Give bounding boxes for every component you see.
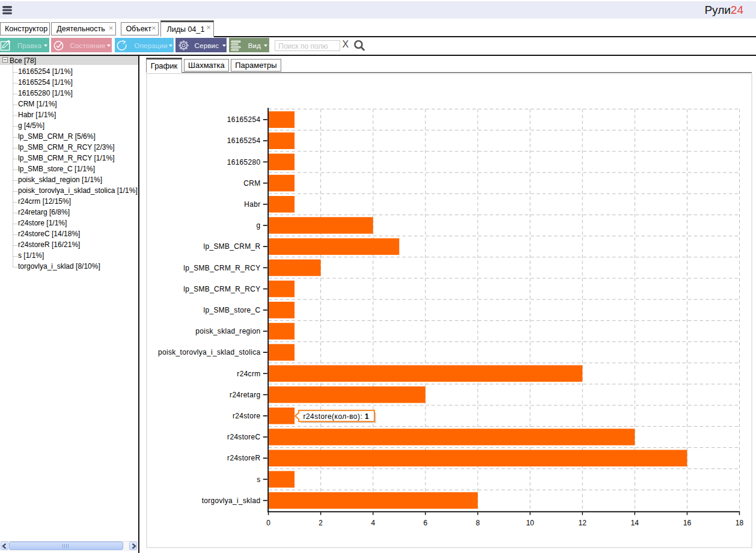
svg-text:12: 12 xyxy=(579,519,587,527)
svg-text:g: g xyxy=(257,221,261,230)
svg-text:r24storeC: r24storeC xyxy=(227,433,260,441)
svg-text:18: 18 xyxy=(736,519,744,527)
svg-text:6: 6 xyxy=(424,519,428,527)
svg-text:16: 16 xyxy=(683,519,692,527)
svg-text:torgovlya_i_sklad: torgovlya_i_sklad xyxy=(202,496,261,505)
svg-text:CRM: CRM xyxy=(243,179,260,188)
svg-text:2: 2 xyxy=(319,519,323,527)
svg-text:Habr: Habr xyxy=(244,200,260,209)
svg-text:s: s xyxy=(257,475,260,484)
svg-text:16165280: 16165280 xyxy=(227,158,261,167)
svg-text:8: 8 xyxy=(476,519,480,527)
svg-text:16165254: 16165254 xyxy=(227,136,261,145)
svg-text:r24store(кол-во): 1: r24store(кол-во): 1 xyxy=(303,412,370,421)
svg-text:r24crm: r24crm xyxy=(237,370,260,378)
svg-text:poisk_torovlya_i_sklad_stolica: poisk_torovlya_i_sklad_stolica xyxy=(158,348,260,356)
svg-text:r24store: r24store xyxy=(233,412,260,420)
svg-text:r24storeR: r24storeR xyxy=(227,454,260,462)
svg-text:14: 14 xyxy=(631,519,639,527)
svg-text:lp_SMB_CRM_R_RCY: lp_SMB_CRM_R_RCY xyxy=(183,285,260,293)
svg-text:poisk_sklad_region: poisk_sklad_region xyxy=(195,327,260,335)
svg-text:16165254: 16165254 xyxy=(227,115,261,124)
svg-text:0: 0 xyxy=(266,519,270,527)
svg-text:lp_SMB_CRM_R: lp_SMB_CRM_R xyxy=(204,242,261,251)
svg-text:10: 10 xyxy=(526,519,534,527)
svg-text:r24retarg: r24retarg xyxy=(230,391,260,399)
svg-text:lp_SMB_store_C: lp_SMB_store_C xyxy=(204,306,261,314)
svg-text:4: 4 xyxy=(371,519,375,527)
svg-text:lp_SMB_CRM_R_RCY: lp_SMB_CRM_R_RCY xyxy=(183,264,260,272)
